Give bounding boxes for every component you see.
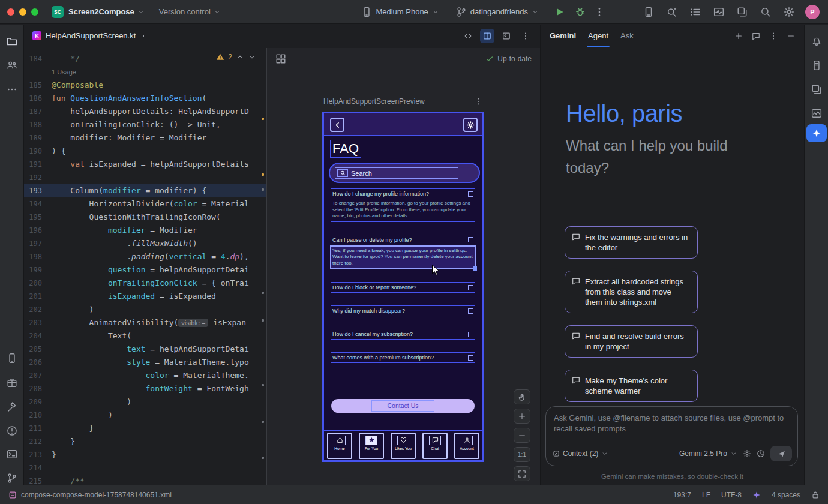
usages-inlay-hint[interactable]: 1 Usage: [52, 68, 76, 76]
faq-question[interactable]: How do I change my profile information?: [331, 188, 475, 199]
indent-setting[interactable]: 4 spaces: [772, 491, 800, 499]
expand-icon[interactable]: [468, 191, 473, 197]
faq-question[interactable]: How do I block or report someone?: [331, 282, 475, 293]
expand-icon[interactable]: [468, 355, 473, 361]
code-line[interactable]: 191 val isExpanded = helpAndSupportDetai…: [24, 158, 266, 171]
code-line[interactable]: 197 .fillMaxWidth(): [24, 237, 266, 250]
lock-icon[interactable]: [811, 491, 820, 499]
suggestion-card[interactable]: Extract all hardcoded strings from this …: [565, 271, 698, 313]
preview-name[interactable]: HelpAndSupportScreenPreview: [323, 97, 425, 106]
version-control-menu[interactable]: Version control: [159, 7, 221, 16]
new-chat-icon[interactable]: [734, 32, 743, 40]
expand-icon[interactable]: [468, 308, 473, 314]
tab-agent[interactable]: Agent: [588, 25, 608, 47]
statusbar-file-info[interactable]: compose-compose-model-1758748140651.xml: [8, 491, 172, 499]
zoom-out-button[interactable]: [514, 428, 530, 443]
code-line[interactable]: 210 ): [24, 409, 266, 422]
zoom-in-button[interactable]: [514, 409, 530, 424]
send-button[interactable]: [770, 446, 792, 461]
faq-question[interactable]: Can I pause or delete my profile?: [331, 235, 475, 245]
nav-item-for-you[interactable]: For You: [359, 433, 384, 459]
code-view-button[interactable]: [461, 29, 475, 43]
project-tool-icon[interactable]: [7, 36, 17, 47]
nav-item-account[interactable]: Account: [454, 433, 479, 459]
code-line[interactable]: 205 text = helpAndSupportDetai: [24, 343, 266, 356]
code-line[interactable]: 187 helpAndSupportDetails: HelpAndSuppor…: [24, 105, 266, 118]
expand-icon[interactable]: [468, 332, 473, 337]
code-line[interactable]: 198 .padding(vertical = 4.dp),: [24, 250, 266, 263]
code-line[interactable]: 206 style = MaterialTheme.typo: [24, 356, 266, 369]
ai-search-icon[interactable]: [667, 7, 677, 17]
next-issue-icon[interactable]: [248, 53, 256, 61]
pan-tool-button[interactable]: [514, 389, 530, 404]
problems-icon[interactable]: [7, 425, 17, 436]
code-line[interactable]: 211 }: [24, 422, 266, 435]
gemini-settings-icon[interactable]: [743, 449, 751, 458]
zoom-fit-button[interactable]: [514, 466, 530, 481]
nav-item-likes-you[interactable]: Likes You: [391, 433, 416, 459]
minimize-window-button[interactable]: [19, 8, 26, 16]
line-separator[interactable]: LF: [702, 491, 710, 499]
device-selector[interactable]: Medium Phone: [361, 7, 439, 17]
error-stripe-warning[interactable]: [262, 173, 264, 176]
code-line[interactable]: 186fun QuestionAndAnswerInfoSection(: [24, 92, 266, 105]
code-line[interactable]: 208 fontWeight = FontWeigh: [24, 382, 266, 395]
prev-issue-icon[interactable]: [236, 53, 244, 61]
expand-icon[interactable]: [468, 285, 473, 290]
branch-selector[interactable]: datingandfriends: [456, 7, 539, 17]
back-button[interactable]: [330, 118, 344, 132]
device-manager-icon[interactable]: [643, 7, 654, 17]
code-line[interactable]: 202 ): [24, 303, 266, 316]
tab-ask[interactable]: Ask: [620, 25, 634, 47]
project-menu[interactable]: Screen2Compose: [68, 7, 145, 16]
context-chip[interactable]: Context (2): [553, 449, 608, 458]
chat-history-icon[interactable]: [752, 32, 760, 40]
code-line[interactable]: 199 question = helpAndSupportDetai: [24, 263, 266, 277]
suggestion-card[interactable]: Find and resolve build errors in my proj…: [565, 325, 698, 358]
split-view-button[interactable]: [480, 29, 494, 43]
code-line[interactable]: 207 color = MaterialTheme.: [24, 369, 266, 382]
contact-us-button[interactable]: Contact Us: [331, 399, 475, 413]
settings-icon[interactable]: [784, 7, 794, 17]
close-tab-icon[interactable]: [140, 32, 147, 40]
faq-question[interactable]: How do I cancel my subscription?: [331, 329, 475, 340]
error-stripe-mark[interactable]: [262, 292, 264, 294]
code-line[interactable]: 195 QuestionWithTrailingIconRow(: [24, 211, 266, 224]
terminal-icon[interactable]: [7, 449, 17, 460]
ai-status-icon[interactable]: [752, 491, 761, 499]
hide-panel-icon[interactable]: [787, 32, 795, 40]
code-line[interactable]: 212 }: [24, 435, 266, 448]
code-line[interactable]: 204 Text(: [24, 329, 266, 343]
pull-requests-icon[interactable]: [7, 60, 17, 71]
code-line[interactable]: 214: [24, 461, 266, 475]
error-stripe-mark[interactable]: [262, 421, 264, 423]
nav-item-home[interactable]: Home: [327, 433, 352, 459]
preview-device-frame[interactable]: FAQ Search How do I change my profile in…: [322, 112, 484, 462]
code-line[interactable]: 201 isExpanded = isExpanded: [24, 290, 266, 303]
code-line[interactable]: 213}: [24, 448, 266, 461]
suggestion-card[interactable]: Fix the warnings and errors in the edito…: [565, 226, 698, 259]
inspections-widget[interactable]: 2: [216, 53, 256, 61]
editor-tab[interactable]: K HelpAndSupportScreen.kt: [24, 25, 153, 47]
code-line[interactable]: 194 HorizontalDivider(color = Material: [24, 197, 266, 211]
search-everywhere-icon[interactable]: [760, 7, 771, 17]
profiler-icon[interactable]: [713, 7, 724, 17]
build-icon[interactable]: [7, 402, 17, 413]
zoom-actual-button[interactable]: 1:1: [514, 447, 530, 462]
run-button[interactable]: [554, 7, 565, 17]
caret-position[interactable]: 193:7: [673, 491, 691, 499]
suggestion-card[interactable]: Make my Theme's color scheme warmer: [565, 370, 698, 402]
error-stripe-warning[interactable]: [262, 118, 264, 120]
error-stripe-mark[interactable]: [262, 319, 264, 322]
gemini-more-icon[interactable]: [769, 32, 778, 40]
faq-question[interactable]: Why did my match disappear?: [331, 305, 475, 316]
user-avatar[interactable]: P: [805, 5, 820, 19]
code-line[interactable]: 200 onTrailingIconClick = { onTrai: [24, 277, 266, 290]
preview-more-icon[interactable]: [475, 97, 483, 106]
prompt-history-icon[interactable]: [757, 449, 765, 458]
code-line[interactable]: 215 /**: [24, 475, 266, 485]
settings-gear-button[interactable]: [463, 118, 478, 132]
more-actions-icon[interactable]: [594, 7, 605, 17]
code-line[interactable]: 185@Composable: [24, 79, 266, 92]
running-devices-icon[interactable]: [7, 353, 17, 364]
